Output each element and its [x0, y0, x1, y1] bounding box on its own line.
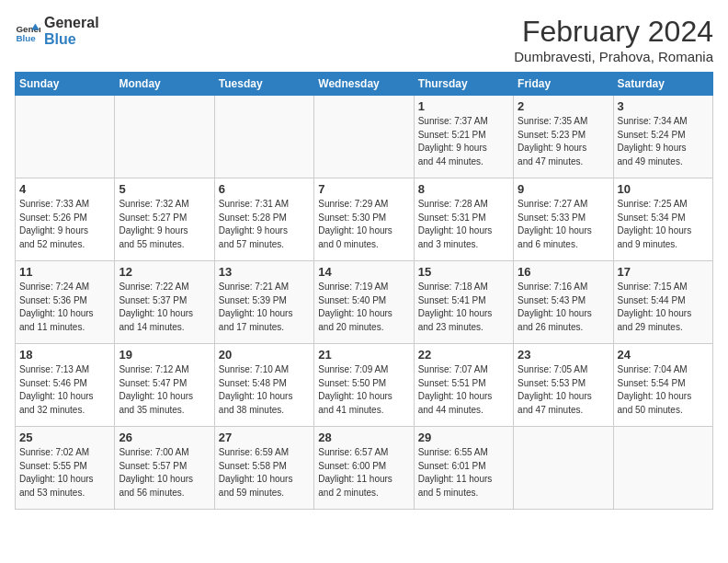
day-number: 10: [618, 182, 709, 196]
day-cell: 15Sunrise: 7:18 AM Sunset: 5:41 PM Dayli…: [414, 261, 513, 344]
day-cell: 28Sunrise: 6:57 AM Sunset: 6:00 PM Dayli…: [314, 427, 414, 510]
day-cell: [16, 96, 115, 178]
day-cell: [613, 427, 712, 510]
day-number: 5: [119, 182, 210, 196]
day-cell: 7Sunrise: 7:29 AM Sunset: 5:30 PM Daylig…: [314, 178, 414, 261]
month-title: February 2024: [514, 15, 713, 49]
day-info: Sunrise: 7:24 AM Sunset: 5:36 PM Dayligh…: [19, 281, 110, 334]
day-number: 29: [418, 431, 509, 444]
day-number: 23: [518, 348, 609, 362]
day-cell: 24Sunrise: 7:04 AM Sunset: 5:54 PM Dayli…: [613, 344, 712, 427]
logo-blue: Blue: [44, 31, 99, 48]
day-cell: 26Sunrise: 7:00 AM Sunset: 5:57 PM Dayli…: [115, 427, 214, 510]
day-cell: 14Sunrise: 7:19 AM Sunset: 5:40 PM Dayli…: [314, 261, 414, 344]
day-info: Sunrise: 6:59 AM Sunset: 5:58 PM Dayligh…: [219, 446, 310, 500]
day-cell: 4Sunrise: 7:33 AM Sunset: 5:26 PM Daylig…: [16, 178, 115, 261]
day-number: 2: [518, 99, 609, 113]
day-number: 9: [518, 182, 609, 196]
day-number: 7: [318, 182, 409, 196]
day-cell: 20Sunrise: 7:10 AM Sunset: 5:48 PM Dayli…: [214, 344, 313, 427]
day-number: 18: [19, 348, 110, 362]
day-number: 24: [618, 348, 709, 362]
day-cell: 10Sunrise: 7:25 AM Sunset: 5:34 PM Dayli…: [613, 178, 712, 261]
day-number: 27: [219, 431, 310, 444]
calendar-table: SundayMondayTuesdayWednesdayThursdayFrid…: [15, 72, 713, 510]
day-info: Sunrise: 7:32 AM Sunset: 5:27 PM Dayligh…: [119, 198, 210, 251]
day-info: Sunrise: 7:12 AM Sunset: 5:47 PM Dayligh…: [119, 363, 210, 417]
day-number: 20: [219, 348, 310, 362]
title-block: February 2024 Dumbravesti, Prahova, Roma…: [514, 15, 713, 64]
col-header-thursday: Thursday: [414, 73, 513, 96]
header-row: SundayMondayTuesdayWednesdayThursdayFrid…: [16, 73, 713, 96]
day-cell: 1Sunrise: 7:37 AM Sunset: 5:21 PM Daylig…: [414, 96, 513, 178]
day-number: 19: [119, 348, 210, 362]
day-cell: 2Sunrise: 7:35 AM Sunset: 5:23 PM Daylig…: [514, 96, 613, 178]
day-cell: 13Sunrise: 7:21 AM Sunset: 5:39 PM Dayli…: [214, 261, 313, 344]
day-info: Sunrise: 7:27 AM Sunset: 5:33 PM Dayligh…: [518, 198, 609, 251]
day-info: Sunrise: 7:16 AM Sunset: 5:43 PM Dayligh…: [518, 281, 609, 334]
day-cell: 11Sunrise: 7:24 AM Sunset: 5:36 PM Dayli…: [16, 261, 115, 344]
day-number: 8: [418, 182, 509, 196]
day-number: 12: [119, 265, 210, 279]
day-cell: [514, 427, 613, 510]
day-info: Sunrise: 7:18 AM Sunset: 5:41 PM Dayligh…: [418, 281, 509, 334]
day-number: 6: [219, 182, 310, 196]
day-info: Sunrise: 7:10 AM Sunset: 5:48 PM Dayligh…: [219, 363, 310, 417]
day-info: Sunrise: 7:29 AM Sunset: 5:30 PM Dayligh…: [318, 198, 409, 251]
day-number: 22: [418, 348, 509, 362]
day-cell: 12Sunrise: 7:22 AM Sunset: 5:37 PM Dayli…: [115, 261, 214, 344]
day-info: Sunrise: 6:57 AM Sunset: 6:00 PM Dayligh…: [318, 446, 409, 500]
logo-icon: General Blue: [15, 18, 40, 44]
day-info: Sunrise: 7:22 AM Sunset: 5:37 PM Dayligh…: [119, 281, 210, 334]
day-number: 15: [418, 265, 509, 279]
day-info: Sunrise: 6:55 AM Sunset: 6:01 PM Dayligh…: [418, 446, 509, 500]
day-number: 1: [418, 99, 509, 113]
day-info: Sunrise: 7:33 AM Sunset: 5:26 PM Dayligh…: [19, 198, 110, 251]
day-number: 13: [219, 265, 310, 279]
day-cell: 21Sunrise: 7:09 AM Sunset: 5:50 PM Dayli…: [314, 344, 414, 427]
col-header-friday: Friday: [514, 73, 613, 96]
day-cell: [115, 96, 214, 178]
day-info: Sunrise: 7:15 AM Sunset: 5:44 PM Dayligh…: [618, 281, 709, 334]
col-header-monday: Monday: [115, 73, 214, 96]
day-number: 11: [19, 265, 110, 279]
day-cell: 6Sunrise: 7:31 AM Sunset: 5:28 PM Daylig…: [214, 178, 313, 261]
week-row-1: 1Sunrise: 7:37 AM Sunset: 5:21 PM Daylig…: [16, 96, 713, 178]
week-row-2: 4Sunrise: 7:33 AM Sunset: 5:26 PM Daylig…: [16, 178, 713, 261]
day-cell: 27Sunrise: 6:59 AM Sunset: 5:58 PM Dayli…: [214, 427, 313, 510]
week-row-4: 18Sunrise: 7:13 AM Sunset: 5:46 PM Dayli…: [16, 344, 713, 427]
day-info: Sunrise: 7:31 AM Sunset: 5:28 PM Dayligh…: [219, 198, 310, 251]
day-info: Sunrise: 7:28 AM Sunset: 5:31 PM Dayligh…: [418, 198, 509, 251]
week-row-3: 11Sunrise: 7:24 AM Sunset: 5:36 PM Dayli…: [16, 261, 713, 344]
day-cell: 9Sunrise: 7:27 AM Sunset: 5:33 PM Daylig…: [514, 178, 613, 261]
day-info: Sunrise: 7:07 AM Sunset: 5:51 PM Dayligh…: [418, 363, 509, 417]
day-info: Sunrise: 7:21 AM Sunset: 5:39 PM Dayligh…: [219, 281, 310, 334]
day-info: Sunrise: 7:04 AM Sunset: 5:54 PM Dayligh…: [618, 363, 709, 417]
day-info: Sunrise: 7:13 AM Sunset: 5:46 PM Dayligh…: [19, 363, 110, 417]
day-number: 26: [119, 431, 210, 444]
day-cell: 16Sunrise: 7:16 AM Sunset: 5:43 PM Dayli…: [514, 261, 613, 344]
day-info: Sunrise: 7:00 AM Sunset: 5:57 PM Dayligh…: [119, 446, 210, 500]
logo: General Blue General Blue: [15, 15, 99, 47]
col-header-sunday: Sunday: [16, 73, 115, 96]
day-number: 28: [318, 431, 409, 444]
day-number: 3: [618, 99, 709, 113]
page-header: General Blue General Blue February 2024 …: [15, 15, 713, 64]
day-info: Sunrise: 7:09 AM Sunset: 5:50 PM Dayligh…: [318, 363, 409, 417]
day-info: Sunrise: 7:25 AM Sunset: 5:34 PM Dayligh…: [618, 198, 709, 251]
day-cell: 22Sunrise: 7:07 AM Sunset: 5:51 PM Dayli…: [414, 344, 513, 427]
day-info: Sunrise: 7:34 AM Sunset: 5:24 PM Dayligh…: [618, 115, 709, 168]
day-cell: 18Sunrise: 7:13 AM Sunset: 5:46 PM Dayli…: [16, 344, 115, 427]
day-info: Sunrise: 7:02 AM Sunset: 5:55 PM Dayligh…: [19, 446, 110, 500]
week-row-5: 25Sunrise: 7:02 AM Sunset: 5:55 PM Dayli…: [16, 427, 713, 510]
day-cell: 19Sunrise: 7:12 AM Sunset: 5:47 PM Dayli…: [115, 344, 214, 427]
day-number: 21: [318, 348, 409, 362]
day-info: Sunrise: 7:05 AM Sunset: 5:53 PM Dayligh…: [518, 363, 609, 417]
day-number: 25: [19, 431, 110, 444]
day-number: 4: [19, 182, 110, 196]
day-number: 17: [618, 265, 709, 279]
col-header-wednesday: Wednesday: [314, 73, 414, 96]
day-cell: 8Sunrise: 7:28 AM Sunset: 5:31 PM Daylig…: [414, 178, 513, 261]
day-number: 14: [318, 265, 409, 279]
day-cell: [214, 96, 313, 178]
